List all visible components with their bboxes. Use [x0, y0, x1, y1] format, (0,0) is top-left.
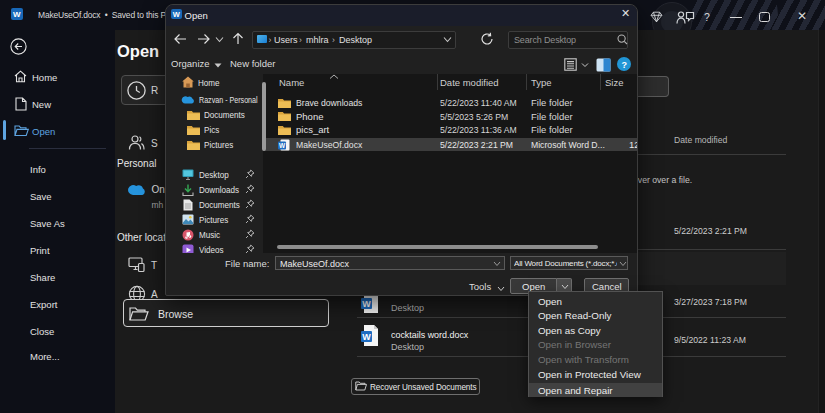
svg-text:W: W [279, 142, 286, 149]
svg-text:W: W [362, 299, 371, 309]
svg-text:W: W [362, 332, 371, 342]
